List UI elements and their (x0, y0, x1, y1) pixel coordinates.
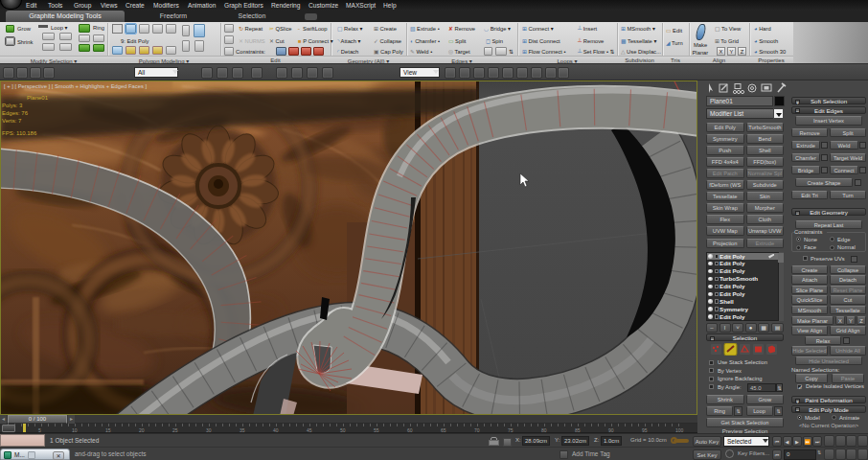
svg-text:Edges: 76: Edges: 76 (2, 110, 29, 116)
svg-text:Plane01: Plane01 (27, 95, 49, 101)
svg-text:[ + ] [ Perspective ] [ Smooth: [ + ] [ Perspective ] [ Smooth + Highlig… (4, 83, 147, 89)
svg-text:FPS: 110.186: FPS: 110.186 (2, 130, 37, 136)
svg-text:Polys: 3: Polys: 3 (2, 103, 23, 108)
svg-text:Verts: 7: Verts: 7 (2, 118, 22, 124)
